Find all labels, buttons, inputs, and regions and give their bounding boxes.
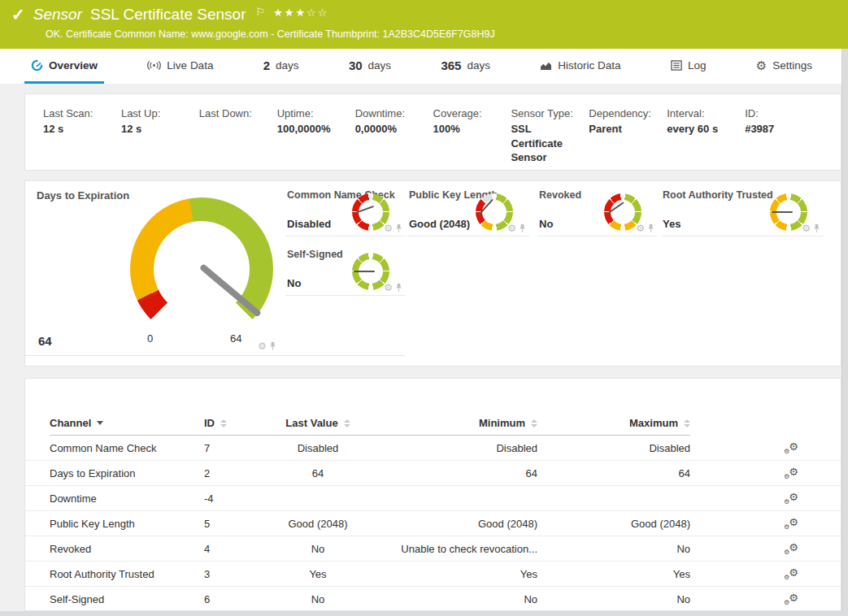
gauge-settings-gear-icon[interactable]: ⚙	[384, 223, 393, 233]
cell-channel: Days to Expiration	[50, 467, 204, 479]
table-row: Revoked 4 No Unable to check revocation.…	[25, 536, 841, 562]
channel-settings-icon[interactable]: ⚙⚙	[784, 567, 798, 580]
cell-maximum: No	[537, 543, 690, 555]
info-value: 12 s	[43, 122, 116, 137]
channel-settings-icon[interactable]: ⚙⚙	[784, 466, 798, 479]
gauge-title: Days to Expiration	[37, 189, 129, 202]
gauge-pin-icon[interactable]	[519, 223, 526, 233]
cell-id: 6	[204, 593, 245, 605]
gauge-pin-icon[interactable]	[269, 341, 276, 351]
status-ok-check-icon: ✓	[11, 7, 25, 23]
tab-label: days	[467, 59, 490, 72]
cell-channel: Root Authority Trusted	[50, 568, 204, 580]
column-label: Maximum	[629, 417, 678, 429]
gauge-scale-max: 64	[230, 332, 241, 345]
chart-icon	[540, 60, 552, 71]
channels-table: Channel ID Last Value Minimum Maximum	[25, 379, 841, 612]
gauge-settings-gear-icon[interactable]: ⚙	[384, 283, 393, 293]
tab-30-days[interactable]: 30 days	[342, 49, 398, 84]
horizontal-scrollbar[interactable]	[0, 611, 848, 616]
info-label: Uptime:	[277, 107, 350, 119]
channel-settings-icon[interactable]: ⚙⚙	[784, 441, 798, 454]
info-label: Interval:	[667, 107, 740, 119]
tab-label: Live Data	[167, 59, 213, 72]
gauge-settings-gear-icon[interactable]: ⚙	[258, 341, 267, 351]
column-header-id[interactable]: ID	[204, 411, 245, 436]
column-header-channel[interactable]: Channel	[50, 411, 204, 436]
info-coverage: Coverage: 100%	[433, 107, 507, 157]
gauge-settings-gear-icon[interactable]: ⚙	[636, 223, 645, 233]
gauge-title: Root Authority Trusted	[663, 189, 773, 201]
tab-live-data[interactable]: Live Data	[141, 49, 220, 84]
vertical-scrollbar[interactable]	[841, 49, 848, 616]
cell-id: 7	[204, 442, 245, 454]
sort-toggle-icon	[344, 419, 350, 427]
channels-panel: Channel ID Last Value Minimum Maximum	[24, 378, 841, 611]
tab-historic-data[interactable]: Historic Data	[533, 49, 627, 84]
channel-settings-icon[interactable]: ⚙⚙	[784, 592, 798, 605]
gauge-settings-gear-icon[interactable]: ⚙	[507, 223, 516, 233]
cell-channel: Revoked	[50, 543, 204, 555]
info-label: Last Down:	[199, 107, 272, 119]
cell-minimum: Unable to check revocation...	[391, 543, 537, 555]
info-label: ID:	[745, 107, 818, 119]
cell-minimum: 64	[391, 467, 537, 479]
flag-icon[interactable]: ⚐	[255, 6, 265, 18]
live-signal-icon	[147, 60, 161, 71]
gauge-title: Self-Signed	[287, 249, 343, 260]
info-label: Sensor Type:	[511, 107, 584, 119]
info-value: 12 s	[121, 122, 194, 137]
cell-last-value: Good (2048)	[245, 518, 391, 530]
tab-label: Settings	[772, 59, 812, 72]
cell-channel: Downtime	[50, 492, 204, 505]
tab-settings[interactable]: ⚙ Settings	[750, 49, 819, 84]
gauge-root-authority-trusted: Root Authority Trusted Yes ⚙	[661, 181, 824, 236]
channel-settings-icon[interactable]: ⚙⚙	[784, 517, 798, 530]
tab-label: days	[368, 59, 392, 72]
log-list-icon	[671, 60, 682, 71]
info-last-down: Last Down:	[199, 107, 272, 157]
gauge-value: Disabled	[287, 218, 331, 230]
gauge-value: 64	[38, 334, 52, 348]
column-label: ID	[204, 417, 215, 429]
cell-channel: Self-Signed	[50, 593, 204, 605]
tab-label: Historic Data	[558, 59, 620, 72]
gauge-settings-gear-icon[interactable]: ⚙	[802, 223, 811, 233]
gauge-pin-icon[interactable]	[395, 283, 402, 293]
tab-log[interactable]: Log	[664, 49, 713, 84]
priority-stars[interactable]: ★★★☆☆	[273, 7, 328, 19]
tab-2-days[interactable]: 2 days	[257, 49, 306, 84]
gauge-pin-icon[interactable]	[395, 223, 402, 233]
object-kind-label: Sensor	[33, 6, 82, 24]
tab-label: days	[276, 59, 299, 72]
cell-id: -4	[204, 492, 245, 505]
gauge-needle	[772, 211, 793, 213]
tab-overview[interactable]: Overview	[24, 49, 104, 84]
column-label: Minimum	[479, 417, 525, 429]
info-value: 100%	[433, 122, 507, 137]
gauge-self-signed: Self-Signed No ⚙	[285, 241, 406, 296]
info-value: 0,0000%	[355, 122, 428, 137]
channel-settings-icon[interactable]: ⚙⚙	[784, 542, 798, 555]
cell-last-value: Yes	[245, 568, 391, 580]
column-header-maximum[interactable]: Maximum	[537, 411, 690, 436]
info-value: SSL Certificate Sensor	[511, 122, 584, 165]
gauge-icon	[31, 59, 43, 72]
info-id: ID: #3987	[745, 107, 818, 157]
gauge-revoked: Revoked No ⚙	[537, 181, 658, 236]
gauge-pin-icon[interactable]	[813, 223, 820, 233]
table-row: Downtime -4 ⚙⚙	[25, 486, 841, 511]
column-label: Channel	[50, 417, 91, 429]
column-header-last-value[interactable]: Last Value	[245, 411, 391, 436]
column-header-minimum[interactable]: Minimum	[391, 411, 537, 436]
tab-day-count: 2	[263, 59, 270, 72]
cell-maximum: Disabled	[537, 442, 690, 454]
gauge-pin-icon[interactable]	[647, 223, 654, 233]
gauge-common-name-check: Common Name Check Disabled ⚙	[285, 181, 406, 236]
table-row: Root Authority Trusted 3 Yes Yes Yes ⚙⚙	[25, 562, 841, 587]
table-row: Public Key Length 5 Good (2048) Good (20…	[25, 511, 841, 536]
table-row: Days to Expiration 2 64 64 64 ⚙⚙	[25, 461, 841, 486]
info-label: Last Scan:	[43, 107, 116, 119]
channel-settings-icon[interactable]: ⚙⚙	[784, 492, 798, 505]
tab-365-days[interactable]: 365 days	[434, 49, 497, 84]
